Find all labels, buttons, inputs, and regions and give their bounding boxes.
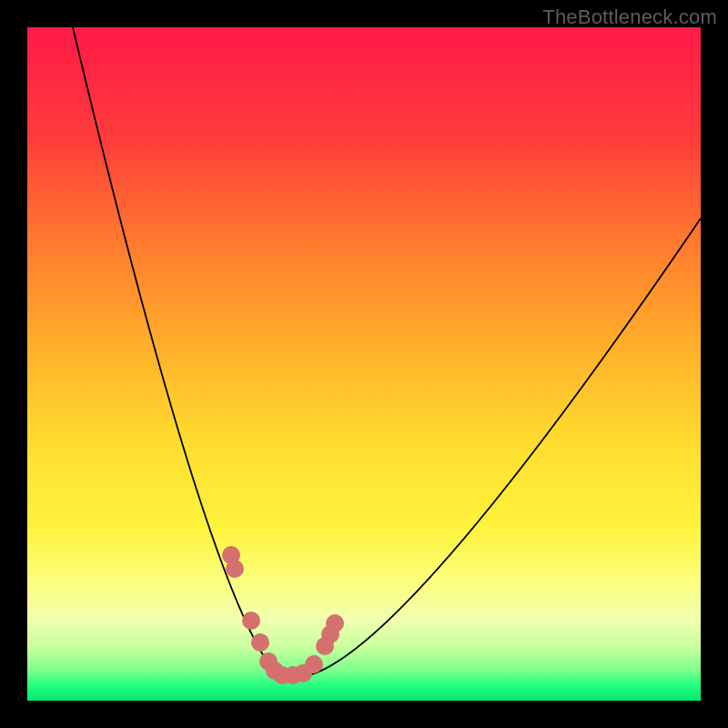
data-marker bbox=[326, 614, 344, 632]
plot-area bbox=[27, 27, 701, 701]
markers-group bbox=[222, 546, 344, 684]
data-marker bbox=[242, 612, 260, 630]
data-marker bbox=[251, 633, 269, 652]
data-marker bbox=[226, 560, 244, 578]
curve-right bbox=[309, 218, 701, 675]
curve-layer bbox=[27, 27, 701, 701]
watermark-text: TheBottleneck.com bbox=[542, 5, 717, 29]
curve-left bbox=[73, 27, 278, 675]
chart-frame: TheBottleneck.com bbox=[0, 0, 728, 728]
data-marker bbox=[305, 655, 323, 673]
